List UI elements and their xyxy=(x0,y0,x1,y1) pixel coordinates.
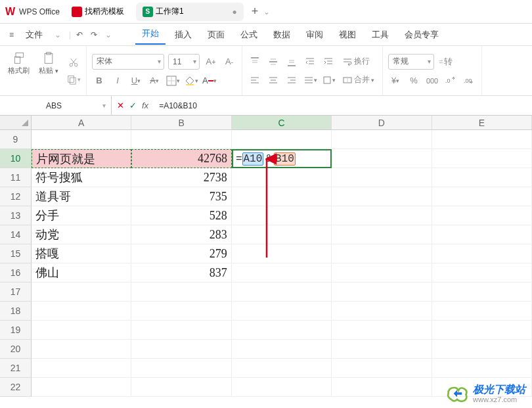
row-header[interactable]: 17 xyxy=(0,283,32,302)
decrease-indent-button[interactable] xyxy=(303,55,317,69)
row-header[interactable]: 14 xyxy=(0,225,32,244)
copy-button[interactable]: ▾ xyxy=(66,72,81,87)
menu-formula[interactable]: 公式 xyxy=(234,26,264,43)
cell[interactable] xyxy=(232,263,332,283)
cell[interactable] xyxy=(432,244,532,263)
cell[interactable] xyxy=(32,321,131,340)
chevron-down-icon[interactable]: ▾ xyxy=(102,102,106,109)
bold-button[interactable]: B xyxy=(92,74,106,88)
cell[interactable] xyxy=(432,149,532,168)
cell[interactable] xyxy=(332,283,432,302)
column-header[interactable]: E xyxy=(432,116,532,130)
cell[interactable] xyxy=(32,302,131,321)
cell[interactable] xyxy=(131,340,231,359)
menu-page[interactable]: 页面 xyxy=(201,26,231,43)
cell[interactable] xyxy=(332,359,432,378)
cell[interactable] xyxy=(232,302,332,321)
align-bottom-button[interactable] xyxy=(284,55,299,69)
tab-workbook[interactable]: S 工作簿1 ● xyxy=(136,3,244,21)
qat-chevron-icon[interactable]: ⌄ xyxy=(105,30,112,39)
fx-button[interactable]: fx xyxy=(142,101,148,110)
cell[interactable]: 2738 xyxy=(131,168,231,187)
cell[interactable] xyxy=(432,225,532,244)
cell[interactable] xyxy=(332,244,432,263)
cell[interactable] xyxy=(232,283,332,302)
menu-tools[interactable]: 工具 xyxy=(365,26,395,43)
cell[interactable] xyxy=(32,283,131,302)
select-all-corner[interactable] xyxy=(0,116,32,130)
formula-cancel-button[interactable]: ✕ xyxy=(117,101,124,110)
cell[interactable] xyxy=(332,168,432,187)
cell[interactable] xyxy=(131,302,231,321)
italic-button[interactable]: I xyxy=(110,74,125,88)
cell[interactable] xyxy=(432,359,532,378)
cell[interactable] xyxy=(432,340,532,359)
strikethrough-button[interactable]: A▾ xyxy=(147,74,162,88)
cell[interactable] xyxy=(432,168,532,187)
increase-decimal-button[interactable]: .00 xyxy=(462,74,476,88)
cell[interactable] xyxy=(332,149,432,168)
paste-button[interactable]: 粘贴 ▾ xyxy=(36,50,61,91)
cell[interactable]: 837 xyxy=(131,263,231,283)
cell[interactable] xyxy=(131,130,231,149)
row-header[interactable]: 21 xyxy=(0,359,32,378)
cell[interactable] xyxy=(332,321,432,340)
cell[interactable] xyxy=(32,340,131,359)
cell[interactable] xyxy=(131,283,231,302)
cell[interactable] xyxy=(432,130,532,149)
cell[interactable] xyxy=(232,359,332,378)
cell[interactable] xyxy=(332,302,432,321)
cell[interactable] xyxy=(332,187,432,206)
cell[interactable] xyxy=(432,263,532,283)
fill-color-button[interactable]: ▾ xyxy=(184,74,198,88)
row-header[interactable]: 11 xyxy=(0,168,32,187)
menu-review[interactable]: 审阅 xyxy=(299,26,330,43)
close-icon[interactable]: ● xyxy=(233,7,237,16)
cell[interactable] xyxy=(332,378,432,397)
cell[interactable] xyxy=(232,244,332,263)
borders-button[interactable]: ▾ xyxy=(166,74,180,88)
row-header[interactable]: 10 xyxy=(0,149,32,168)
cell[interactable]: 片网页就是 xyxy=(32,149,131,168)
cell[interactable]: 分手 xyxy=(32,206,131,225)
formula-confirm-button[interactable]: ✓ xyxy=(129,101,137,110)
cell[interactable] xyxy=(131,378,231,397)
redo-icon[interactable]: ↷ xyxy=(88,28,100,42)
undo-icon[interactable]: ↶ xyxy=(74,28,85,42)
menu-view[interactable]: 视图 xyxy=(332,26,363,43)
tab-menu-chevron-icon[interactable]: ⌄ xyxy=(263,7,270,16)
cut-button[interactable] xyxy=(66,55,81,70)
cell[interactable] xyxy=(332,340,432,359)
cell[interactable]: 528 xyxy=(131,206,231,225)
cell[interactable] xyxy=(332,130,432,149)
cell[interactable] xyxy=(131,321,231,340)
cell[interactable]: 动党 xyxy=(32,225,131,244)
merge-button[interactable]: 合并▾ xyxy=(340,73,377,87)
row-header[interactable]: 9 xyxy=(0,130,32,149)
cell[interactable] xyxy=(232,187,332,206)
column-header[interactable]: B xyxy=(131,116,231,130)
cell[interactable] xyxy=(332,225,432,244)
row-header[interactable]: 20 xyxy=(0,340,32,359)
align-middle-button[interactable] xyxy=(266,55,280,69)
column-header[interactable]: C xyxy=(232,116,332,130)
menu-member[interactable]: 会员专享 xyxy=(398,26,445,43)
increase-indent-button[interactable] xyxy=(321,55,336,69)
menu-data[interactable]: 数据 xyxy=(267,26,297,43)
row-header[interactable]: 13 xyxy=(0,206,32,225)
cell[interactable]: = A10 & B10 xyxy=(232,149,332,168)
cell[interactable] xyxy=(232,206,332,225)
cells-grid[interactable]: 片网页就是42768= A10 & B10符号搜狐2738道具哥735分手528… xyxy=(32,130,532,408)
chevron-down-icon[interactable]: ⌄ xyxy=(55,30,61,39)
row-header[interactable]: 19 xyxy=(0,321,32,340)
row-header[interactable]: 18 xyxy=(0,302,32,321)
hamburger-icon[interactable]: ≡ xyxy=(7,28,16,42)
cell[interactable] xyxy=(232,168,332,187)
underline-button[interactable]: U▾ xyxy=(129,74,143,88)
align-top-button[interactable] xyxy=(248,55,262,69)
cell[interactable]: 佛山 xyxy=(32,263,131,283)
formula-input[interactable]: =A10&B10 xyxy=(154,101,532,110)
align-left-button[interactable] xyxy=(248,73,262,87)
row-header[interactable]: 15 xyxy=(0,244,32,263)
cell[interactable] xyxy=(432,206,532,225)
